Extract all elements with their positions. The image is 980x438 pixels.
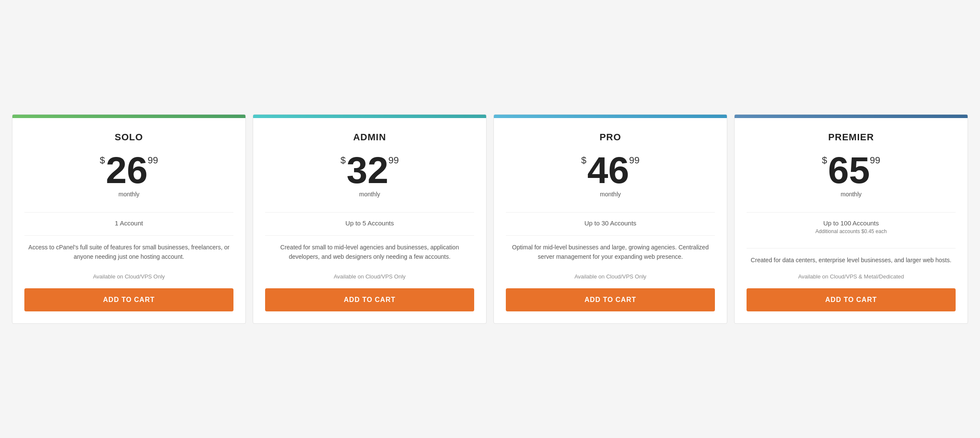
plan-name-admin: ADMIN bbox=[265, 132, 474, 143]
price-main-premier: 65 bbox=[828, 151, 870, 189]
card-body-premier: PREMIER $ 65 99 monthly Up to 100 Accoun… bbox=[735, 118, 968, 323]
price-period-pro: monthly bbox=[506, 191, 715, 198]
price-container-solo: $ 26 99 bbox=[24, 151, 233, 189]
price-cents-pro: 99 bbox=[629, 155, 639, 166]
accounts-label-pro: Up to 30 Accounts bbox=[506, 219, 715, 227]
divider-bottom-solo bbox=[24, 235, 233, 236]
price-cents-admin: 99 bbox=[388, 155, 398, 166]
availability-admin: Available on Cloud/VPS Only bbox=[265, 273, 474, 280]
price-dollar-pro: $ bbox=[581, 155, 586, 166]
accounts-label-solo: 1 Account bbox=[24, 219, 233, 227]
price-period-solo: monthly bbox=[24, 191, 233, 198]
divider-bottom-pro bbox=[506, 235, 715, 236]
pricing-card-pro: PRO $ 46 99 monthly Up to 30 Accounts Op… bbox=[493, 114, 727, 324]
availability-pro: Available on Cloud/VPS Only bbox=[506, 273, 715, 280]
description-pro: Optimal for mid-level businesses and lar… bbox=[506, 243, 715, 265]
add-to-cart-button-admin[interactable]: ADD TO CART bbox=[265, 288, 474, 311]
add-to-cart-button-solo[interactable]: ADD TO CART bbox=[24, 288, 233, 311]
accounts-label-premier: Up to 100 Accounts bbox=[747, 219, 956, 227]
price-period-premier: monthly bbox=[747, 191, 956, 198]
pricing-card-solo: SOLO $ 26 99 monthly 1 Account Access to… bbox=[12, 114, 246, 324]
card-top-bar-solo bbox=[12, 115, 245, 118]
plan-name-solo: SOLO bbox=[24, 132, 233, 143]
add-to-cart-button-premier[interactable]: ADD TO CART bbox=[747, 288, 956, 311]
card-top-bar-admin bbox=[253, 115, 486, 118]
add-to-cart-button-pro[interactable]: ADD TO CART bbox=[506, 288, 715, 311]
price-main-admin: 32 bbox=[346, 151, 388, 189]
availability-solo: Available on Cloud/VPS Only bbox=[24, 273, 233, 280]
price-cents-solo: 99 bbox=[148, 155, 158, 166]
card-body-admin: ADMIN $ 32 99 monthly Up to 5 Accounts C… bbox=[253, 118, 486, 323]
plan-name-premier: PREMIER bbox=[747, 132, 956, 143]
price-main-pro: 46 bbox=[587, 151, 629, 189]
divider-top-solo bbox=[24, 212, 233, 213]
pricing-card-premier: PREMIER $ 65 99 monthly Up to 100 Accoun… bbox=[734, 114, 968, 324]
description-admin: Created for small to mid-level agencies … bbox=[265, 243, 474, 265]
description-solo: Access to cPanel's full suite of feature… bbox=[24, 243, 233, 265]
card-body-pro: PRO $ 46 99 monthly Up to 30 Accounts Op… bbox=[494, 118, 727, 323]
price-dollar-solo: $ bbox=[100, 155, 105, 166]
price-container-premier: $ 65 99 bbox=[747, 151, 956, 189]
divider-top-pro bbox=[506, 212, 715, 213]
description-premier: Created for data centers, enterprise lev… bbox=[747, 255, 956, 265]
accounts-label-admin: Up to 5 Accounts bbox=[265, 219, 474, 227]
price-dollar-admin: $ bbox=[340, 155, 345, 166]
plan-name-pro: PRO bbox=[506, 132, 715, 143]
card-top-bar-premier bbox=[735, 115, 968, 118]
pricing-grid: SOLO $ 26 99 monthly 1 Account Access to… bbox=[9, 114, 971, 324]
availability-premier: Available on Cloud/VPS & Metal/Dedicated bbox=[747, 273, 956, 280]
divider-top-premier bbox=[747, 212, 956, 213]
divider-top-admin bbox=[265, 212, 474, 213]
card-top-bar-pro bbox=[494, 115, 727, 118]
divider-bottom-admin bbox=[265, 235, 474, 236]
card-body-solo: SOLO $ 26 99 monthly 1 Account Access to… bbox=[12, 118, 245, 323]
price-period-admin: monthly bbox=[265, 191, 474, 198]
price-main-solo: 26 bbox=[106, 151, 148, 189]
price-container-admin: $ 32 99 bbox=[265, 151, 474, 189]
accounts-sub-premier: Additional accounts $0.45 each bbox=[747, 228, 956, 234]
price-dollar-premier: $ bbox=[822, 155, 827, 166]
pricing-card-admin: ADMIN $ 32 99 monthly Up to 5 Accounts C… bbox=[253, 114, 487, 324]
divider-bottom-premier bbox=[747, 248, 956, 249]
price-cents-premier: 99 bbox=[870, 155, 880, 166]
price-container-pro: $ 46 99 bbox=[506, 151, 715, 189]
